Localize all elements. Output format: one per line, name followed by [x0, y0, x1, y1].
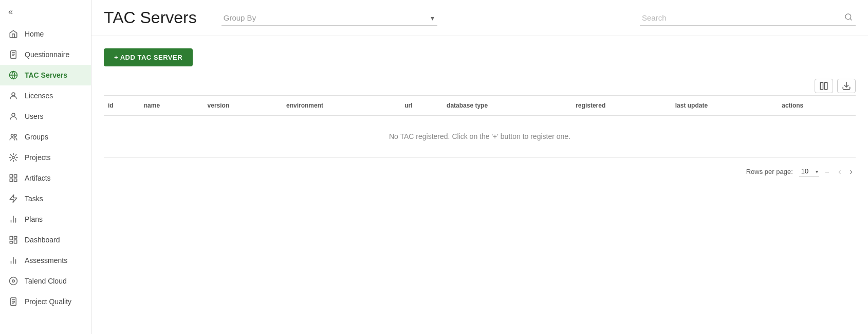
assessments-icon	[8, 255, 19, 266]
col-id: Id	[104, 96, 140, 116]
sidebar-collapse-button[interactable]: «	[0, 0, 91, 24]
dashboard-icon	[8, 235, 19, 245]
tac-servers-table: IdNameversionEnvironmenturlDatabase type…	[104, 96, 856, 157]
sidebar-item-label: Artifacts	[25, 174, 51, 182]
svg-rect-22	[10, 241, 12, 243]
rows-per-page-label: Rows per page:	[746, 168, 793, 175]
collapse-icon: «	[8, 7, 13, 16]
artifacts-icon	[8, 173, 19, 183]
sidebar-item-label: TAC Servers	[25, 71, 67, 79]
group-by-select[interactable]: Group By	[221, 10, 437, 26]
col-url: url	[400, 96, 442, 116]
projects-icon	[8, 152, 19, 163]
svg-point-6	[12, 93, 15, 96]
rows-select-wrapper: 10 25 50 ▾	[799, 166, 819, 177]
sidebar-item-groups[interactable]: Groups	[0, 127, 91, 147]
col-actions: Actions	[778, 96, 856, 116]
sidebar-item-label: Project Quality	[25, 297, 71, 306]
svg-point-27	[12, 280, 15, 283]
sidebar-item-label: Plans	[25, 215, 43, 223]
groups-icon	[8, 132, 19, 142]
sidebar-item-licenses[interactable]: Licenses	[0, 85, 91, 106]
sidebar-item-label: Questionnaire	[25, 50, 69, 59]
search-input[interactable]	[640, 10, 856, 26]
svg-point-10	[12, 156, 15, 159]
svg-rect-20	[14, 236, 17, 238]
sidebar-item-label: Tasks	[25, 195, 43, 203]
sidebar: « HomeQuestionnaireTAC ServersLicensesUs…	[0, 0, 91, 334]
col-environment: Environment	[282, 96, 400, 116]
sidebar-item-tac-servers[interactable]: TAC Servers	[0, 65, 91, 85]
page-navigation: ‹ ›	[835, 166, 856, 177]
svg-rect-12	[14, 174, 17, 177]
svg-rect-19	[10, 236, 12, 240]
columns-toggle-button[interactable]	[815, 79, 833, 93]
svg-point-26	[10, 277, 17, 285]
project-quality-icon	[8, 296, 19, 307]
sidebar-item-talend-cloud[interactable]: Talend Cloud	[0, 271, 91, 291]
search-icon	[844, 13, 853, 23]
col-last-update: Last Update	[671, 96, 778, 116]
sidebar-item-projects[interactable]: Projects	[0, 147, 91, 168]
svg-rect-14	[14, 179, 17, 182]
prev-page-button[interactable]: ‹	[835, 166, 844, 177]
sidebar-item-plans[interactable]: Plans	[0, 209, 91, 230]
svg-marker-15	[10, 195, 17, 203]
sidebar-item-label: Assessments	[25, 256, 67, 265]
svg-rect-33	[820, 82, 823, 90]
sidebar-item-dashboard[interactable]: Dashboard	[0, 230, 91, 250]
content-area: + ADD TAC SERVER IdNameversionEnvironmen…	[91, 36, 868, 334]
sidebar-item-label: Users	[25, 112, 44, 120]
group-by-wrapper: Group By ▾	[221, 10, 437, 26]
svg-point-7	[12, 113, 15, 116]
svg-point-8	[11, 134, 14, 137]
sidebar-item-label: Dashboard	[25, 236, 60, 244]
add-tac-server-button[interactable]: + ADD TAC SERVER	[104, 48, 193, 66]
sidebar-item-assessments[interactable]: Assessments	[0, 250, 91, 271]
pagination: Rows per page: 10 25 50 ▾ – ‹ ›	[104, 166, 856, 177]
sidebar-item-label: Projects	[25, 153, 51, 162]
svg-rect-34	[825, 82, 827, 90]
col-database-type: Database type	[442, 96, 571, 116]
col-version: version	[204, 96, 282, 116]
next-page-button[interactable]: ›	[846, 166, 856, 177]
sidebar-item-project-quality[interactable]: Project Quality	[0, 291, 91, 312]
empty-message: No TAC registered. Click on the '+' butt…	[104, 116, 856, 157]
tac-servers-icon	[8, 70, 19, 80]
search-wrapper	[640, 10, 856, 26]
page-title: TAC Servers	[104, 8, 197, 27]
sidebar-item-users[interactable]: Users	[0, 106, 91, 127]
licenses-icon	[8, 91, 19, 101]
tasks-icon	[8, 194, 19, 204]
sidebar-item-home[interactable]: Home	[0, 24, 91, 44]
table-container: IdNameversionEnvironmenturlDatabase type…	[104, 95, 856, 157]
plans-icon	[8, 214, 19, 224]
sidebar-item-artifacts[interactable]: Artifacts	[0, 168, 91, 188]
main-content: TAC Servers Group By ▾ + ADD TAC SERVER	[91, 0, 868, 334]
sidebar-item-label: Talend Cloud	[25, 277, 67, 285]
svg-point-9	[14, 134, 17, 137]
col-name: Name	[140, 96, 204, 116]
sidebar-item-tasks[interactable]: Tasks	[0, 188, 91, 209]
home-icon	[8, 29, 19, 39]
svg-line-32	[850, 19, 852, 20]
users-icon	[8, 111, 19, 121]
rows-per-page-select[interactable]: 10 25 50	[799, 166, 819, 177]
svg-rect-21	[14, 240, 17, 243]
svg-rect-13	[10, 179, 12, 182]
col-registered: Registered	[571, 96, 671, 116]
questionnaire-icon	[8, 49, 19, 60]
sidebar-item-label: Groups	[25, 133, 48, 141]
download-button[interactable]	[837, 79, 856, 93]
sidebar-item-label: Home	[25, 30, 44, 38]
page-info: –	[825, 168, 829, 175]
sidebar-item-label: Licenses	[25, 92, 53, 100]
talend-cloud-icon	[8, 276, 19, 286]
svg-rect-11	[10, 174, 12, 177]
header: TAC Servers Group By ▾	[91, 0, 868, 36]
table-toolbar	[104, 79, 856, 93]
sidebar-item-questionnaire[interactable]: Questionnaire	[0, 44, 91, 65]
